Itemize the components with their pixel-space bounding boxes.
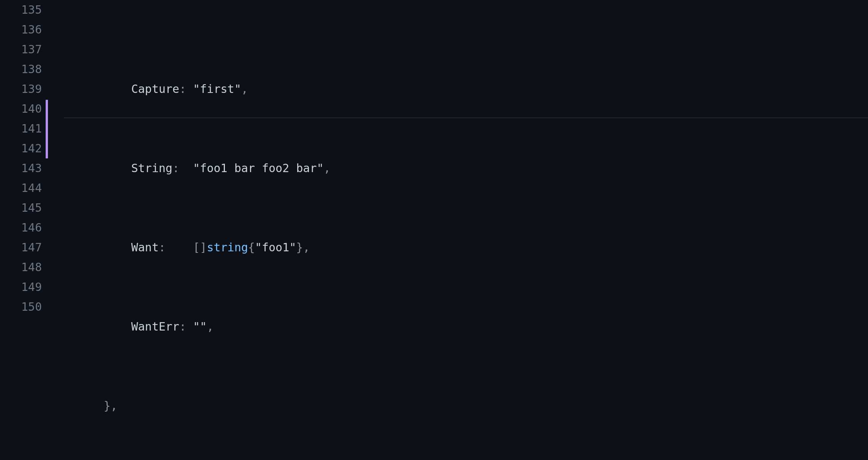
line-number: 141 [0, 119, 42, 139]
change-marker-gutter [46, 0, 49, 460]
line-number: 136 [0, 20, 42, 40]
line-number: 143 [0, 158, 42, 178]
code-line[interactable]: Capture: "first", [49, 79, 868, 99]
code-line[interactable]: Want: []string{"foo1"}, [49, 238, 868, 257]
line-number: 144 [0, 178, 42, 198]
code-content[interactable]: Capture: "first", String: "foo1 bar foo2… [49, 0, 868, 460]
diff-added-marker [46, 100, 48, 158]
line-number: 139 [0, 79, 42, 99]
section-divider [64, 118, 868, 118]
code-line[interactable]: }, [49, 396, 868, 416]
line-number: 140 [0, 99, 42, 119]
line-number: 137 [0, 40, 42, 59]
line-number: 145 [0, 198, 42, 218]
line-number: 142 [0, 139, 42, 158]
line-number: 135 [0, 0, 42, 20]
line-number: 149 [0, 277, 42, 297]
line-number: 150 [0, 297, 42, 317]
code-line[interactable]: String: "foo1 bar foo2 bar", [49, 158, 868, 178]
line-number: 138 [0, 59, 42, 79]
line-number: 148 [0, 257, 42, 277]
line-number: 146 [0, 218, 42, 238]
line-number: 147 [0, 238, 42, 257]
code-line[interactable]: WantErr: "", [49, 317, 868, 337]
line-number-gutter: 135 136 137 138 139 140 141 142 143 144 … [0, 0, 46, 460]
code-editor[interactable]: 135 136 137 138 139 140 141 142 143 144 … [0, 0, 868, 460]
